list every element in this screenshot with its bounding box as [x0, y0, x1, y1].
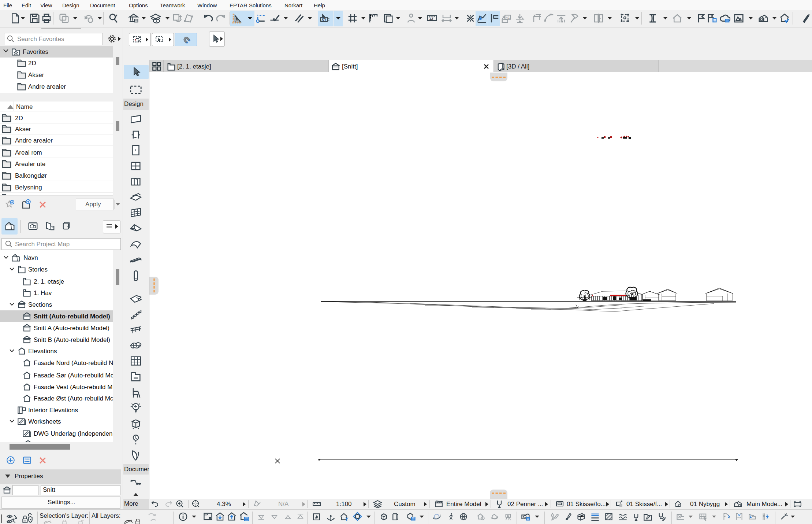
svg-text:XY: XY: [321, 18, 327, 22]
svg-text:A1: A1: [506, 16, 510, 19]
svg-text:12: 12: [429, 17, 433, 21]
